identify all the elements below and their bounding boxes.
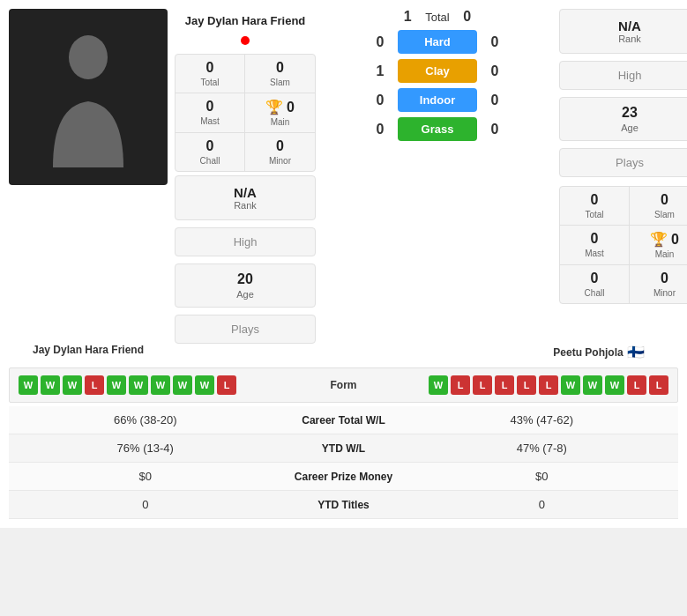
left-rank-box: N/ARank — [175, 175, 316, 220]
right-high-value: High — [578, 69, 682, 82]
form-badge-l: L — [85, 375, 104, 395]
indoor-button: Indoor — [398, 88, 477, 112]
left-plays-box: Plays — [175, 315, 316, 344]
left-stat-main: 🏆 0 Main — [245, 93, 315, 133]
left-career-wl: 66% (38-20) — [18, 413, 273, 427]
left-player-silhouette — [35, 26, 141, 167]
right-score-total: 0 — [459, 9, 476, 25]
grass-button: Grass — [398, 117, 477, 141]
right-form-badges: WLLLLLWWWLL — [397, 375, 669, 395]
left-ytd-titles: 0 — [18, 498, 273, 511]
form-badge-l: L — [627, 375, 646, 395]
form-badge-w: W — [107, 375, 126, 395]
clay-row: 1 Clay 0 — [332, 59, 543, 83]
left-form-badges: WWWLWWWWWL — [19, 375, 291, 395]
indoor-row: 0 Indoor 0 — [332, 88, 543, 112]
grass-row: 0 Grass 0 — [332, 117, 543, 141]
career-wl-label: Career Total W/L — [273, 414, 414, 427]
left-stat-chall: 0 Chall — [175, 133, 245, 171]
right-stats-box: 0 Total 0 Slam 0 Mast 🏆 0 Main — [559, 186, 687, 304]
right-player-info: N/A Rank High 23 Age Plays 0 Total — [552, 9, 687, 304]
left-prize: $0 — [18, 470, 273, 483]
right-age-label: Age — [578, 122, 682, 133]
form-badge-w: W — [605, 375, 624, 395]
left-player-dot — [241, 36, 250, 45]
total-row: 1 Total 0 — [332, 9, 543, 25]
left-player-info: Jay Dylan Hara Friend 0 Total 0 Slam 0 M… — [168, 9, 323, 344]
left-ytd-wl: 76% (13-4) — [18, 442, 273, 455]
left-player-photo — [9, 9, 168, 185]
left-player-name: Jay Dylan Hara Friend — [185, 14, 306, 27]
left-score-grass: 0 — [371, 122, 389, 137]
ytd-titles-row: 0 YTD Titles 0 — [9, 491, 678, 519]
right-career-wl: 43% (47-62) — [414, 413, 670, 427]
right-rank-value: N/A — [578, 19, 682, 33]
form-badge-l: L — [495, 375, 514, 395]
form-badge-l: L — [217, 375, 236, 395]
prize-label: Career Prize Money — [273, 471, 414, 483]
left-age-box: 20Age — [175, 263, 316, 308]
total-label: Total — [425, 11, 449, 24]
left-trophy-icon: 🏆 — [265, 99, 283, 115]
right-stat-main: 🏆 0 Main — [630, 226, 687, 265]
left-score-clay: 1 — [371, 63, 389, 79]
bottom-section: WWWLWWWWWL Form WLLLLLWWWLL 66% (38-20) … — [9, 367, 678, 519]
right-score-hard: 0 — [486, 34, 504, 50]
left-score-hard: 0 — [371, 34, 389, 50]
right-rank-label: Rank — [578, 33, 682, 44]
form-badge-l: L — [649, 375, 668, 395]
right-ytd-titles: 0 — [414, 498, 670, 511]
right-score-indoor: 0 — [486, 93, 504, 108]
right-score-grass: 0 — [486, 122, 504, 137]
hard-button: Hard — [398, 30, 477, 54]
right-age-box: 23 Age — [559, 97, 687, 141]
right-score-clay: 0 — [486, 63, 504, 79]
ytd-titles-label: YTD Titles — [273, 499, 414, 511]
left-player-name-below: Jay Dylan Hara Friend — [9, 344, 168, 360]
form-badge-w: W — [129, 375, 148, 395]
right-stat-minor: 0 Minor — [630, 265, 687, 303]
svg-point-0 — [69, 35, 108, 79]
form-row: WWWLWWWWWL Form WLLLLLWWWLL — [9, 367, 678, 403]
clay-button: Clay — [398, 59, 477, 83]
left-stat-slam: 0 Slam — [245, 55, 315, 93]
form-badge-w: W — [41, 375, 60, 395]
hard-row: 0 Hard 0 — [332, 30, 543, 54]
left-stat-minor: 0 Minor — [245, 133, 315, 171]
form-badge-w: W — [195, 375, 214, 395]
right-stat-slam: 0 Slam — [630, 187, 687, 226]
center-section: 1 Total 0 0 Hard 0 1 Clay 0 0 Indoor 0 — [323, 9, 552, 146]
form-badge-w: W — [583, 375, 602, 395]
top-section: Jay Dylan Hara Friend 0 Total 0 Slam 0 M… — [9, 9, 678, 344]
right-stat-total: 0 Total — [560, 187, 630, 226]
ytd-wl-label: YTD W/L — [273, 442, 414, 455]
prize-row: $0 Career Prize Money $0 — [9, 463, 678, 491]
right-age-value: 23 — [578, 105, 682, 121]
form-badge-w: W — [19, 375, 38, 395]
right-player-name-below: Peetu Pohjola 🇫🇮 — [519, 344, 678, 360]
left-score-indoor: 0 — [371, 93, 389, 108]
form-badge-w: W — [429, 375, 448, 395]
form-badge-w: W — [63, 375, 82, 395]
right-stat-mast: 0 Mast — [560, 226, 630, 265]
right-plays-value: Plays — [578, 156, 682, 169]
right-ytd-wl: 47% (7-8) — [414, 442, 670, 455]
form-badge-l: L — [451, 375, 470, 395]
right-prize: $0 — [414, 470, 670, 483]
left-stat-mast: 0 Mast — [175, 93, 245, 133]
form-label: Form — [291, 379, 397, 391]
career-wl-row: 66% (38-20) Career Total W/L 43% (47-62) — [9, 406, 678, 434]
form-badge-w: W — [561, 375, 580, 395]
right-high-box: High — [559, 61, 687, 90]
form-badge-l: L — [539, 375, 558, 395]
right-trophy-icon: 🏆 — [650, 231, 668, 248]
right-stat-chall: 0 Chall — [560, 265, 630, 303]
form-badge-l: L — [517, 375, 536, 395]
form-badge-l: L — [473, 375, 492, 395]
left-score-total: 1 — [399, 9, 416, 25]
player-names-row: Jay Dylan Hara Friend Peetu Pohjola 🇫🇮 — [9, 344, 678, 360]
left-stats-box: 0 Total 0 Slam 0 Mast 🏆 0 Main — [175, 54, 316, 172]
form-badge-w: W — [151, 375, 170, 395]
form-badge-w: W — [173, 375, 192, 395]
main-container: Jay Dylan Hara Friend 0 Total 0 Slam 0 M… — [0, 0, 687, 528]
